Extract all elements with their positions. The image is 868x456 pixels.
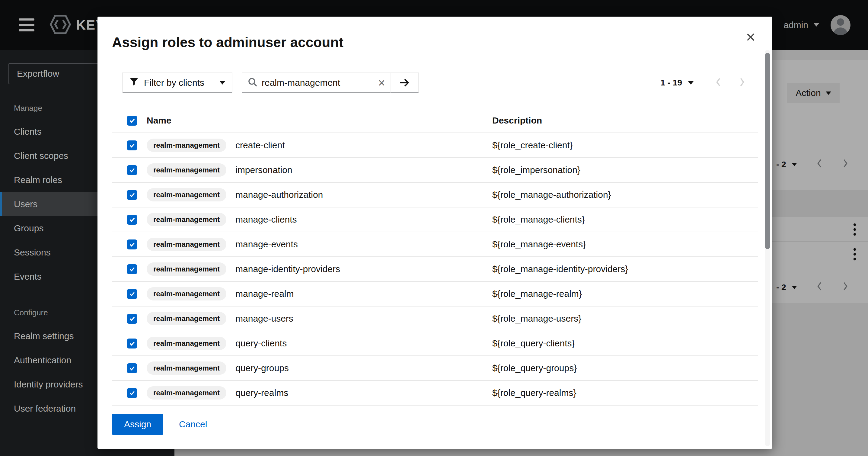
client-badge: realm-management bbox=[147, 362, 226, 375]
role-name: query-groups bbox=[236, 363, 289, 373]
table-row: realm-management create-client ${role_cr… bbox=[112, 133, 758, 158]
assign-button[interactable]: Assign bbox=[112, 414, 163, 435]
client-badge: realm-management bbox=[147, 139, 226, 152]
role-name: manage-events bbox=[236, 239, 298, 250]
role-description: ${role_query-realms} bbox=[492, 388, 758, 398]
client-badge: realm-management bbox=[147, 287, 226, 301]
client-badge: realm-management bbox=[147, 213, 226, 226]
roles-table: Name Description realm-management create… bbox=[112, 108, 758, 405]
table-row: realm-management manage-identity-provide… bbox=[112, 257, 758, 282]
search-box[interactable]: × bbox=[242, 73, 391, 93]
row-checkbox[interactable] bbox=[127, 215, 137, 225]
role-name: create-client bbox=[236, 140, 285, 150]
role-name: query-realms bbox=[236, 388, 288, 398]
table-row: realm-management query-groups ${role_que… bbox=[112, 356, 758, 381]
role-name: manage-authorization bbox=[236, 190, 323, 200]
modal-footer: Assign Cancel bbox=[112, 414, 207, 435]
row-checkbox[interactable] bbox=[127, 165, 137, 175]
client-badge: realm-management bbox=[147, 386, 226, 400]
select-all-checkbox[interactable] bbox=[127, 116, 137, 125]
chevron-down-icon[interactable] bbox=[688, 81, 693, 85]
search-submit-button[interactable] bbox=[391, 73, 419, 93]
row-checkbox[interactable] bbox=[127, 289, 137, 299]
chevron-right-icon[interactable] bbox=[739, 77, 746, 89]
row-checkbox[interactable] bbox=[127, 140, 137, 150]
client-badge: realm-management bbox=[147, 188, 226, 201]
table-row: realm-management manage-clients ${role_m… bbox=[112, 207, 758, 232]
column-header-description: Description bbox=[492, 115, 542, 125]
table-row: realm-management query-clients ${role_qu… bbox=[112, 331, 758, 356]
table-row: realm-management manage-events ${role_ma… bbox=[112, 232, 758, 257]
role-description: ${role_manage-realm} bbox=[492, 289, 758, 299]
client-badge: realm-management bbox=[147, 262, 226, 276]
column-header-name: Name bbox=[147, 115, 172, 125]
row-checkbox[interactable] bbox=[127, 314, 137, 324]
assign-roles-modal: Assign roles to adminuser account × Filt… bbox=[97, 17, 772, 449]
pagination-range: 1 - 19 bbox=[660, 78, 682, 88]
table-row: realm-management query-realms ${role_que… bbox=[112, 381, 758, 405]
row-checkbox[interactable] bbox=[127, 339, 137, 348]
role-description: ${role_manage-users} bbox=[492, 313, 758, 324]
client-badge: realm-management bbox=[147, 238, 226, 251]
role-name: manage-users bbox=[236, 313, 293, 324]
modal-toolbar: Filter by clients × 1 - 19 bbox=[122, 73, 758, 93]
client-badge: realm-management bbox=[147, 337, 226, 350]
row-checkbox[interactable] bbox=[127, 190, 137, 200]
role-description: ${role_query-groups} bbox=[492, 363, 758, 373]
role-name: manage-identity-providers bbox=[236, 264, 340, 274]
search-input[interactable] bbox=[262, 78, 374, 88]
clear-search-icon[interactable]: × bbox=[378, 77, 385, 89]
role-name: query-clients bbox=[236, 338, 287, 348]
role-description: ${role_impersonation} bbox=[492, 165, 758, 175]
chevron-down-icon bbox=[220, 81, 225, 85]
role-description: ${role_query-clients} bbox=[492, 338, 758, 348]
chevron-left-icon[interactable] bbox=[715, 77, 722, 89]
row-checkbox[interactable] bbox=[127, 388, 137, 398]
search-group: × bbox=[242, 73, 419, 93]
modal-title: Assign roles to adminuser account bbox=[112, 34, 343, 51]
row-checkbox[interactable] bbox=[127, 363, 137, 373]
role-description: ${role_manage-identity-providers} bbox=[492, 264, 758, 274]
role-name: manage-clients bbox=[236, 215, 297, 225]
filter-icon bbox=[129, 78, 138, 88]
role-name: manage-realm bbox=[236, 289, 294, 299]
table-row: realm-management manage-realm ${role_man… bbox=[112, 282, 758, 307]
filter-dropdown-label: Filter by clients bbox=[144, 78, 204, 88]
filter-dropdown[interactable]: Filter by clients bbox=[122, 73, 232, 93]
role-name: impersonation bbox=[236, 165, 292, 175]
row-checkbox[interactable] bbox=[127, 264, 137, 274]
close-icon[interactable]: × bbox=[746, 29, 755, 45]
modal-pagination: 1 - 19 bbox=[660, 77, 746, 89]
search-icon bbox=[248, 77, 257, 88]
client-badge: realm-management bbox=[147, 312, 226, 325]
table-row: realm-management manage-users ${role_man… bbox=[112, 307, 758, 331]
table-row: realm-management impersonation ${role_im… bbox=[112, 158, 758, 183]
role-description: ${role_manage-authorization} bbox=[492, 190, 758, 200]
client-badge: realm-management bbox=[147, 163, 226, 177]
role-description: ${role_create-client} bbox=[492, 140, 758, 150]
scrollbar-track bbox=[765, 50, 770, 446]
table-row: realm-management manage-authorization ${… bbox=[112, 183, 758, 207]
role-description: ${role_manage-events} bbox=[492, 239, 758, 250]
cancel-button[interactable]: Cancel bbox=[179, 419, 207, 429]
row-checkbox[interactable] bbox=[127, 239, 137, 250]
table-header-row: Name Description bbox=[112, 108, 758, 133]
scrollbar-thumb[interactable] bbox=[765, 53, 770, 249]
role-description: ${role_manage-clients} bbox=[492, 215, 758, 225]
